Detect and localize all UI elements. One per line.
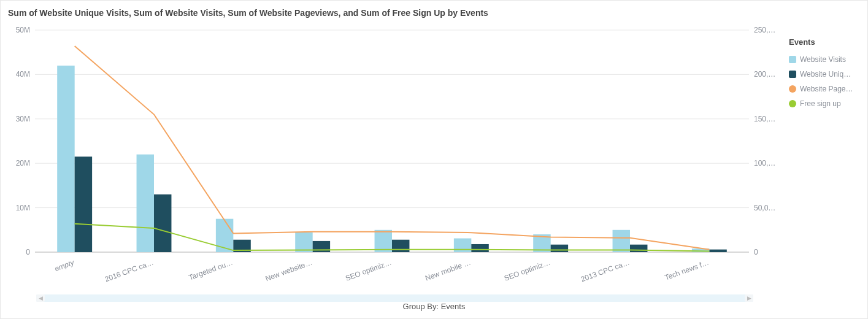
bar-0-1	[137, 155, 154, 252]
bar-0-3	[295, 232, 312, 252]
svg-text:250,…: 250,…	[754, 26, 775, 34]
legend: Events Website Visits Website Uniq… Webs…	[789, 20, 862, 299]
legend-swatch-unique	[789, 71, 796, 78]
svg-text:20M: 20M	[16, 159, 30, 167]
bar-1-5	[471, 244, 488, 252]
svg-text:150,…: 150,…	[754, 115, 775, 123]
legend-swatch-pageviews	[789, 85, 796, 93]
bar-1-1	[154, 194, 171, 252]
bar-0-2	[216, 219, 233, 252]
svg-text:50M: 50M	[16, 26, 30, 34]
scroll-left-icon[interactable]: ◀	[36, 294, 45, 302]
x-label-2: Targeted ou…	[188, 258, 234, 282]
legend-item-free[interactable]: Free sign up	[789, 99, 862, 108]
x-label-4: SEO optimiz…	[344, 258, 393, 283]
legend-swatch-visits	[789, 56, 796, 63]
x-label-5: New mobile …	[424, 258, 472, 283]
svg-text:50,0…: 50,0…	[754, 204, 775, 212]
chart-row: 010M20M30M40M50M050,0…100,…150,…200,…250…	[6, 20, 862, 299]
legend-label-pageviews: Website Page…	[800, 85, 853, 93]
group-by-caption: Group By: Events	[6, 302, 862, 311]
chart-area: 010M20M30M40M50M050,0…100,…150,…200,…250…	[6, 20, 784, 299]
legend-item-visits[interactable]: Website Visits	[789, 55, 862, 64]
legend-label-visits: Website Visits	[800, 55, 846, 64]
x-label-8: Tech news f…	[664, 258, 710, 282]
legend-item-pageviews[interactable]: Website Page…	[789, 85, 862, 93]
chart-card: Sum of Website Unique Visits, Sum of Web…	[0, 0, 868, 319]
x-label-7: 2013 CPC ca…	[580, 258, 631, 284]
svg-text:0: 0	[26, 248, 30, 256]
svg-text:200,…: 200,…	[754, 70, 775, 79]
legend-swatch-free	[789, 100, 796, 107]
bar-1-0	[75, 156, 92, 252]
bar-1-7	[630, 245, 647, 252]
bar-0-4	[375, 230, 392, 252]
svg-text:0: 0	[754, 248, 758, 256]
bar-1-8	[709, 250, 726, 252]
bar-0-0	[57, 66, 74, 252]
svg-text:100,…: 100,…	[754, 159, 775, 167]
svg-text:10M: 10M	[16, 204, 30, 212]
legend-header: Events	[789, 37, 862, 47]
chart-title: Sum of Website Unique Visits, Sum of Web…	[6, 4, 862, 20]
x-label-6: SEO optimiz…	[503, 258, 551, 283]
bar-1-4	[392, 240, 409, 252]
scroll-right-icon[interactable]: ▶	[745, 294, 753, 302]
bar-1-6	[551, 245, 568, 252]
chart-svg: 010M20M30M40M50M050,0…100,…150,…200,…250…	[6, 20, 778, 298]
x-label-1: 2016 CPC ca…	[104, 258, 155, 284]
chart-horizontal-scrollbar[interactable]: ◀ ▶	[36, 294, 753, 302]
svg-text:40M: 40M	[16, 70, 30, 79]
legend-label-unique: Website Uniq…	[800, 70, 851, 79]
legend-label-free: Free sign up	[800, 99, 841, 108]
legend-item-unique[interactable]: Website Uniq…	[789, 70, 862, 79]
x-label-3: New website…	[264, 258, 313, 283]
x-label-0: empty	[53, 258, 75, 273]
bar-0-7	[613, 230, 630, 252]
svg-text:30M: 30M	[16, 115, 30, 123]
